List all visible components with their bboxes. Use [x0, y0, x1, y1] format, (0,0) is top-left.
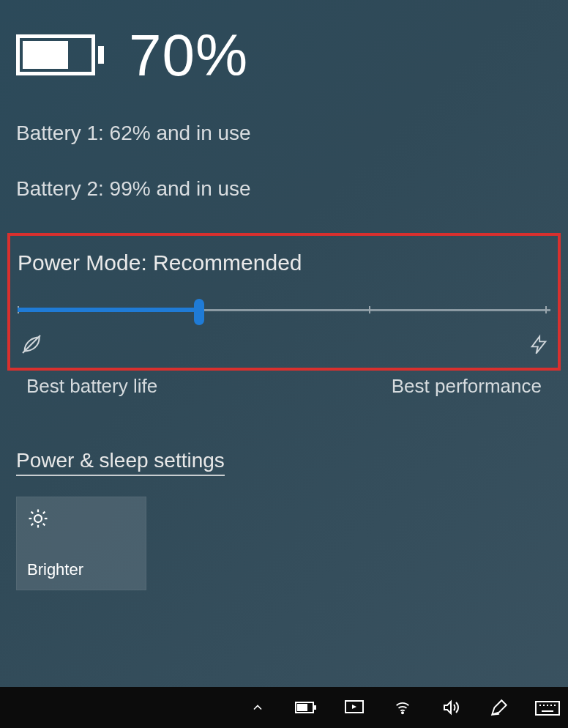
svg-rect-13 [314, 705, 316, 710]
svg-rect-18 [536, 702, 559, 715]
power-mode-highlight: Power Mode: Recommended [7, 233, 561, 371]
taskbar [0, 687, 568, 728]
brightness-tile[interactable]: Brighter [16, 497, 146, 590]
best-performance-label: Best performance [392, 375, 542, 398]
svg-line-8 [43, 524, 45, 526]
best-battery-label: Best battery life [26, 375, 157, 398]
power-mode-label: Power Mode: Recommended [18, 250, 550, 275]
power-sleep-settings-link[interactable]: Power & sleep settings [16, 449, 225, 476]
battery-header: 70% [16, 22, 552, 89]
power-mode-endpoints: Best battery life Best performance [16, 371, 552, 398]
tray-pen-icon[interactable] [485, 693, 514, 722]
svg-point-16 [402, 712, 403, 713]
tray-keyboard-icon[interactable] [533, 693, 562, 722]
tray-battery-icon[interactable] [291, 693, 321, 722]
svg-marker-17 [444, 702, 451, 713]
power-mode-slider[interactable] [18, 299, 550, 331]
svg-line-9 [31, 524, 34, 526]
svg-line-7 [31, 512, 34, 514]
sun-icon [27, 508, 135, 530]
svg-marker-15 [352, 705, 356, 709]
brightness-label: Brighter [27, 560, 135, 579]
battery-icon [16, 34, 104, 77]
battery-1-status: Battery 1: 62% and in use [16, 122, 552, 145]
tray-chevron-up-icon[interactable] [243, 693, 272, 722]
svg-line-10 [43, 512, 45, 514]
tray-cast-icon[interactable] [340, 693, 369, 722]
svg-point-2 [34, 515, 42, 522]
svg-rect-12 [297, 704, 307, 711]
battery-2-status: Battery 2: 99% and in use [16, 177, 552, 201]
svg-marker-1 [532, 336, 546, 353]
battery-percent: 70% [129, 22, 248, 89]
tray-volume-icon[interactable] [436, 693, 466, 722]
battery-flyout: 70% Battery 1: 62% and in use Battery 2:… [0, 0, 568, 590]
slider-thumb[interactable] [194, 299, 204, 325]
tray-wifi-icon[interactable] [388, 693, 417, 722]
bolt-icon [528, 333, 549, 357]
leaf-icon [19, 333, 44, 357]
